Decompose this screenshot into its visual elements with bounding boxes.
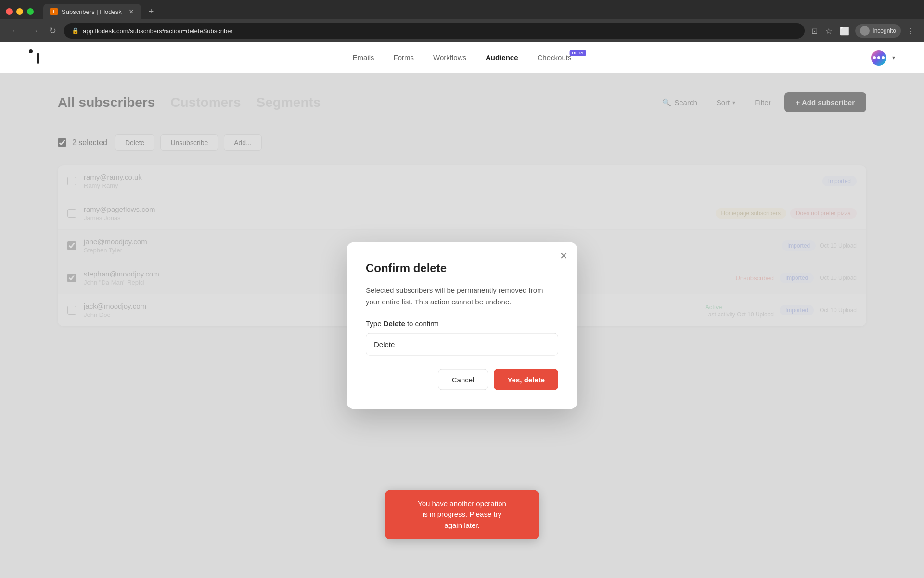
confirm-delete-modal: ✕ Confirm delete Selected subscribers wi… (346, 242, 578, 409)
browser-menu-button[interactable]: ⋮ (905, 25, 916, 38)
cast-icon[interactable]: ⊡ (809, 25, 820, 38)
nav-checkouts[interactable]: Checkouts BETA (538, 53, 572, 62)
modal-description: Selected subscribers will be permanently… (366, 285, 558, 308)
browser-chrome: f Subscribers | Flodesk ✕ + ← → ↻ 🔒 app.… (0, 0, 924, 42)
user-avatar[interactable] (871, 50, 886, 66)
top-nav: Emails Forms Workflows Audience Checkout… (0, 42, 924, 73)
minimize-window-button[interactable] (16, 8, 23, 15)
incognito-avatar (860, 26, 870, 36)
modal-actions: Cancel Yes, delete (366, 369, 558, 390)
modal-type-label: Type Delete to confirm (366, 319, 558, 328)
forward-button[interactable]: → (27, 24, 41, 38)
modal-cancel-button[interactable]: Cancel (438, 369, 488, 390)
incognito-button[interactable]: Incognito (855, 24, 901, 38)
address-bar[interactable]: 🔒 app.flodesk.com/subscribers#action=del… (64, 23, 805, 39)
modal-confirm-delete-button[interactable]: Yes, delete (494, 369, 558, 390)
toast-line3: again later. (444, 521, 479, 529)
beta-badge: BETA (570, 50, 586, 56)
close-window-button[interactable] (6, 8, 13, 15)
user-menu-chevron[interactable]: ▾ (892, 54, 895, 61)
toast-line1: You have another operation (418, 499, 506, 508)
app-wrapper: Emails Forms Workflows Audience Checkout… (0, 42, 924, 578)
nav-workflows[interactable]: Workflows (433, 53, 466, 62)
modal-close-button[interactable]: ✕ (560, 250, 568, 262)
browser-tab[interactable]: f Subscribers | Flodesk ✕ (43, 4, 141, 19)
lock-icon: 🔒 (72, 27, 79, 34)
tab-bar: f Subscribers | Flodesk ✕ + (0, 0, 924, 19)
logo (29, 49, 46, 66)
browser-toolbar-icons: ⊡ ☆ ⬜ Incognito ⋮ (809, 24, 916, 38)
back-button[interactable]: ← (8, 24, 22, 38)
maximize-window-button[interactable] (27, 8, 34, 15)
nav-audience[interactable]: Audience (486, 53, 518, 62)
extensions-icon[interactable]: ⬜ (838, 25, 851, 38)
bookmark-icon[interactable]: ☆ (823, 25, 834, 38)
nav-emails[interactable]: Emails (353, 53, 374, 62)
tab-favicon: f (50, 8, 58, 15)
error-toast: You have another operation is in progres… (385, 490, 539, 540)
nav-links: Emails Forms Workflows Audience Checkout… (353, 53, 572, 62)
nav-right: ▾ (871, 50, 895, 66)
new-tab-button[interactable]: + (145, 5, 158, 19)
modal-confirm-input[interactable] (366, 333, 558, 356)
tab-close-button[interactable]: ✕ (128, 8, 134, 15)
traffic-lights (6, 8, 34, 15)
url-text: app.flodesk.com/subscribers#action=delet… (83, 27, 233, 35)
modal-confirm-word: Delete (384, 319, 405, 328)
page-content: All subscribers Customers Segments 🔍 Sea… (0, 73, 924, 578)
toast-line2: is in progress. Please try (423, 510, 501, 518)
browser-toolbar: ← → ↻ 🔒 app.flodesk.com/subscribers#acti… (0, 19, 924, 42)
modal-title: Confirm delete (366, 262, 558, 275)
nav-forms[interactable]: Forms (394, 53, 414, 62)
refresh-button[interactable]: ↻ (46, 24, 59, 38)
tab-title: Subscribers | Flodesk (62, 8, 122, 15)
incognito-label: Incognito (873, 27, 896, 34)
